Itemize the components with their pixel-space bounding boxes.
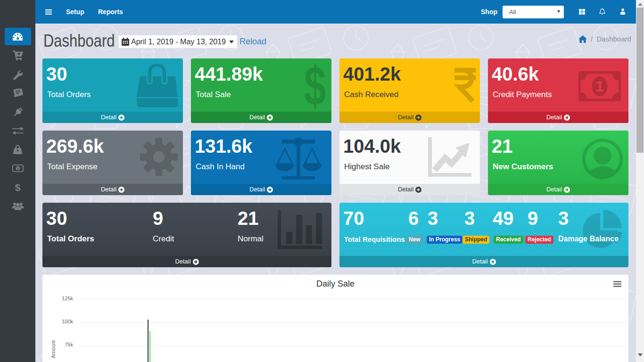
svg-text:1: 1 [17,166,19,171]
svg-text:1: 1 [595,78,604,95]
